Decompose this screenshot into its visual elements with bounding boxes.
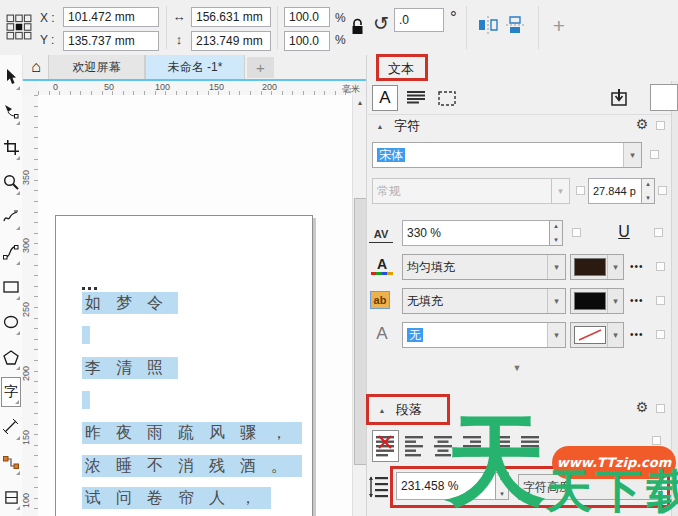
new-tab-button[interactable]: +: [247, 57, 274, 78]
tab-welcome-screen[interactable]: 欢迎屏幕: [48, 55, 145, 80]
polygon-tool[interactable]: [1, 342, 21, 372]
object-origin-grid[interactable]: [3, 7, 35, 47]
character-spacing-spinner[interactable]: ▴ ▾: [549, 220, 563, 246]
mirror-horizontal-button[interactable]: [476, 13, 500, 37]
align-center-button[interactable]: [430, 430, 457, 462]
character-section-header[interactable]: 字符: [394, 117, 420, 135]
dropdown-arrow-icon[interactable]: ▾: [547, 323, 565, 347]
alignment-checkbox[interactable]: [652, 436, 661, 445]
section-checkbox[interactable]: [656, 121, 665, 130]
fill-type-dropdown[interactable]: 均匀填充 ▾: [402, 254, 566, 280]
size-checkbox[interactable]: [658, 186, 667, 195]
spin-down-icon: ▾: [500, 490, 504, 498]
background-more-button[interactable]: •••: [630, 295, 644, 306]
underline-checkbox[interactable]: [654, 228, 663, 237]
outline-checkbox[interactable]: [656, 330, 665, 339]
scale-h-input[interactable]: 100.0: [284, 7, 330, 27]
align-left-button[interactable]: [401, 430, 428, 462]
zoom-tool[interactable]: [1, 167, 21, 197]
align-right-button[interactable]: [459, 430, 486, 462]
vertical-scrollbar[interactable]: ▴: [352, 95, 367, 516]
y-position-input[interactable]: 135.737 mm: [63, 31, 159, 51]
mirror-vertical-button[interactable]: [504, 13, 528, 37]
tab-document[interactable]: 未命名 -1*: [145, 55, 245, 80]
paragraph-section-header[interactable]: 段落: [396, 401, 422, 419]
dropdown-arrow-icon[interactable]: ▾: [547, 255, 565, 279]
outline-style-swatch[interactable]: ▾: [570, 322, 624, 348]
poem-line[interactable]: 如梦令: [82, 292, 178, 314]
rectangle-tool[interactable]: [1, 272, 21, 302]
lock-ratio-button[interactable]: [348, 14, 366, 40]
lock-icon: [350, 18, 365, 36]
fill-checkbox[interactable]: [656, 262, 665, 271]
line-spacing-unit-dropdown[interactable]: 字符高度: [518, 474, 662, 500]
background-checkbox[interactable]: [656, 296, 665, 305]
dropdown-arrow-icon[interactable]: ▾: [607, 323, 623, 347]
add-button[interactable]: +: [548, 12, 570, 40]
text-tool[interactable]: 字: [1, 377, 21, 407]
import-styles-button[interactable]: [606, 85, 632, 111]
background-fill-dropdown[interactable]: 无填充 ▾: [402, 288, 566, 314]
crop-tool[interactable]: [1, 132, 21, 162]
scroll-up-button[interactable]: ▴: [353, 95, 367, 110]
poem-line[interactable]: 浓睡不消残酒。: [82, 455, 302, 477]
height-input[interactable]: 213.749 mm: [191, 31, 271, 51]
dropdown-arrow-icon[interactable]: ▾: [607, 289, 623, 313]
dropdown-arrow-icon[interactable]: ▾: [607, 255, 623, 279]
font-style-dropdown[interactable]: 常规 ▾: [372, 178, 570, 204]
style-checkbox[interactable]: [576, 186, 585, 195]
line-spacing-input[interactable]: 231.458 %: [396, 472, 496, 500]
poem-empty-line-highlight[interactable]: [82, 391, 90, 409]
poem-line[interactable]: 李清照: [82, 357, 178, 379]
rotation-input[interactable]: .0: [394, 8, 444, 32]
outline-dropdown[interactable]: 无 ▾: [402, 322, 566, 348]
poem-empty-line-highlight[interactable]: [82, 326, 90, 344]
dropdown-arrow-icon[interactable]: ▾: [547, 289, 565, 313]
pick-tool[interactable]: [1, 62, 21, 92]
interactive-tool[interactable]: [1, 482, 21, 512]
section-expander-icon[interactable]: ▼: [510, 362, 524, 374]
align-force-justify-button[interactable]: [517, 430, 544, 462]
align-justify-button[interactable]: [488, 430, 515, 462]
width-input[interactable]: 156.631 mm: [191, 7, 271, 27]
dimension-tool[interactable]: [1, 412, 21, 442]
frame-properties-button[interactable]: [434, 85, 460, 111]
ellipse-tool[interactable]: [1, 307, 21, 337]
dropdown-arrow-icon[interactable]: ▾: [623, 143, 641, 167]
spacing-checkbox[interactable]: [572, 228, 581, 237]
scale-v-input[interactable]: 100.0: [284, 31, 330, 51]
align-none-icon: [376, 435, 396, 457]
character-spacing-input[interactable]: 330 %: [402, 220, 550, 246]
dropdown-arrow-icon[interactable]: ▾: [551, 179, 569, 203]
align-none-button[interactable]: [372, 430, 399, 462]
paragraph-options-gear-icon[interactable]: ⚙: [634, 399, 650, 415]
horizontal-ruler[interactable]: [38, 81, 352, 96]
poem-line[interactable]: 昨夜雨疏风骤，: [82, 422, 302, 444]
paragraph-properties-button[interactable]: [403, 85, 429, 111]
font-family-dropdown[interactable]: 宋体 ▾: [372, 142, 642, 168]
partial-docker-button[interactable]: [650, 84, 678, 111]
font-size-input[interactable]: 27.844 p: [588, 178, 642, 204]
collapse-icon[interactable]: ▲: [374, 120, 386, 132]
font-size-spinner[interactable]: ▴ ▾: [641, 178, 655, 204]
x-position-input[interactable]: 101.472 mm: [63, 7, 159, 27]
shape-tool[interactable]: [1, 97, 21, 127]
character-properties-button[interactable]: A: [372, 85, 398, 111]
bezier-tool[interactable]: [1, 237, 21, 267]
fill-more-button[interactable]: •••: [630, 261, 644, 272]
font-checkbox[interactable]: [650, 150, 659, 159]
home-icon[interactable]: ⌂: [26, 57, 46, 77]
character-options-gear-icon[interactable]: ⚙: [634, 116, 650, 132]
collapse-icon[interactable]: ▲: [376, 404, 388, 416]
poem-line[interactable]: 试问卷帘人，: [82, 487, 271, 509]
underline-button[interactable]: U: [610, 219, 638, 245]
connector-tool[interactable]: [1, 447, 21, 477]
fill-color-swatch[interactable]: ▾: [570, 254, 624, 280]
freehand-tool[interactable]: [1, 202, 21, 232]
line-spacing-spinner[interactable]: ▴ ▾: [495, 472, 509, 500]
canvas-area[interactable]: 如梦令 李清照 昨夜雨疏风骤， 浓睡不消残酒。 试问卷帘人，: [38, 95, 352, 516]
panel-right-strip[interactable]: [671, 81, 678, 516]
outline-more-button[interactable]: •••: [630, 329, 644, 340]
background-color-swatch[interactable]: ▾: [570, 288, 624, 314]
section-checkbox[interactable]: [656, 404, 665, 413]
